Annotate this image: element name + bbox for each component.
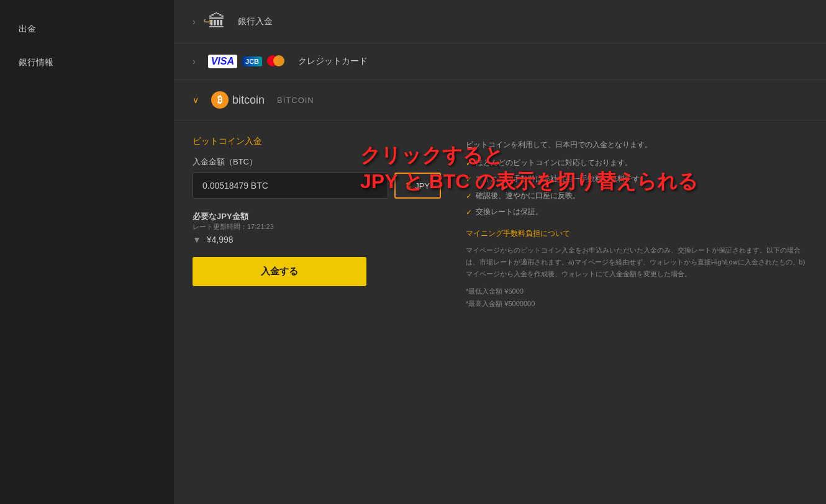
amount-field-label: 入金金額（BTC） (193, 156, 441, 168)
mastercard-icon (267, 55, 286, 68)
bitcoin-header[interactable]: ∨ ₿ bitcoin BITCOIN (174, 80, 826, 120)
sidebar-item-bank-info[interactable]: 銀行情報 (0, 46, 174, 79)
info-section: ビットコインを利用して、日本円での入金となります。 ほとんどのビットコインに対応… (466, 139, 807, 310)
deposit-button[interactable]: 入金する (193, 257, 366, 286)
visa-icon: VISA (208, 55, 237, 68)
bitcoin-section: ∨ ₿ bitcoin BITCOIN ビットコイン入金 入金金額（BTC） ⇅… (174, 80, 826, 329)
checklist-item-3: 確認後、速やかに口座に反映。 (466, 190, 807, 202)
checklist: ほとんどのビットコインに対応しております。 マイニング手数料は弊社負担一手数料は… (466, 157, 807, 218)
chevron-right-icon-credit: › (193, 56, 196, 66)
chevron-right-icon: › (193, 17, 196, 27)
jpy-section-label: 必要なJPY金額 (193, 211, 441, 222)
swap-arrows-icon: ⇅ (406, 181, 412, 190)
mining-title: マイニング手数料負担について (466, 228, 807, 240)
arrow-down-icon: ▼ (193, 235, 201, 245)
input-row: ⇅ JPY (193, 173, 441, 199)
bitcoin-logo-text: bitcoin (232, 94, 265, 107)
min-max-info: *最低入金額 ¥5000 *最高入金額 ¥5000000 (466, 286, 807, 310)
currency-toggle-button[interactable]: ⇅ JPY (394, 173, 441, 199)
bitcoin-section-label: BITCOIN (277, 96, 314, 105)
bank-arrow-icon: ↪ (203, 15, 212, 29)
bank-icon: ↪ 🏛 (208, 11, 225, 32)
main-content: › ↪ 🏛 銀行入金 › VISA JCB クレジットカード ∨ ₿ bitc (174, 0, 826, 504)
mining-body: マイページからのビットコイン入金をお申込みいただいた入金のみ、交換レートが保証さ… (466, 245, 807, 279)
currency-toggle-label: JPY (415, 181, 430, 191)
bitcoin-logo: ₿ bitcoin (211, 91, 265, 109)
bitcoin-form: ビットコイン入金 入金金額（BTC） ⇅ JPY 必要なJPY金額 レート更新時… (174, 120, 826, 329)
amount-input[interactable] (193, 173, 388, 199)
rate-time-label: レート更新時間：17:21:23 (193, 222, 441, 232)
form-left: ビットコイン入金 入金金額（BTC） ⇅ JPY 必要なJPY金額 レート更新時… (193, 136, 441, 310)
bank-label: 銀行入金 (238, 16, 273, 27)
form-right: ビットコインを利用して、日本円での入金となります。 ほとんどのビットコインに対応… (466, 136, 807, 310)
jpy-amount-value: ▼ ¥4,998 (193, 235, 441, 245)
bank-payment-row[interactable]: › ↪ 🏛 銀行入金 (174, 0, 826, 43)
bank-icons: ↪ 🏛 (208, 11, 225, 32)
sidebar-item-withdraw[interactable]: 出金 (0, 12, 174, 46)
checklist-item-4: 交換レートは保証。 (466, 206, 807, 218)
checklist-item-2: マイニング手数料は弊社負担一手数料は無料です。 (466, 173, 807, 186)
max-amount: *最高入金額 ¥5000000 (466, 298, 807, 310)
sidebar: 出金 銀行情報 (0, 0, 174, 504)
info-text: ビットコインを利用して、日本円での入金となります。 (466, 139, 807, 151)
jcb-icon: JCB (242, 56, 262, 66)
chevron-down-icon: ∨ (193, 95, 199, 105)
checklist-item-1: ほとんどのビットコインに対応しております。 (466, 157, 807, 169)
card-icons: VISA JCB (208, 55, 286, 68)
min-amount: *最低入金額 ¥5000 (466, 286, 807, 298)
jpy-required-section: 必要なJPY金額 レート更新時間：17:21:23 ▼ ¥4,998 (193, 211, 441, 245)
credit-payment-row[interactable]: › VISA JCB クレジットカード (174, 43, 826, 80)
btc-circle-icon: ₿ (211, 91, 229, 109)
credit-label: クレジットカード (298, 56, 368, 67)
bitcoin-section-title: ビットコイン入金 (193, 136, 441, 147)
